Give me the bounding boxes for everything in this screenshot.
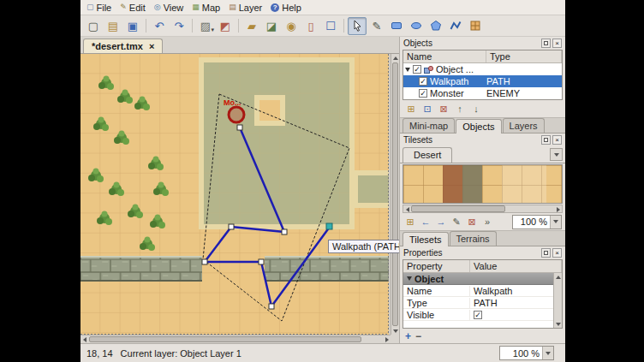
menu-layer[interactable]: ▤ Layer (225, 2, 267, 14)
map-vertical-scrollbar[interactable] (391, 54, 399, 335)
new-map-button[interactable]: ▢ (84, 17, 103, 35)
tileset-dropdown-button[interactable] (550, 148, 563, 161)
vertical-scroll-thumb[interactable] (392, 62, 398, 326)
scroll-right-arrow[interactable] (383, 335, 391, 343)
tab-objects[interactable]: Objects (456, 119, 501, 134)
menu-help[interactable]: ? Help (267, 2, 307, 14)
scroll-left-arrow[interactable] (80, 335, 88, 343)
overflow-chevron-icon[interactable]: » (480, 215, 494, 228)
rect-select-button[interactable]: ☐ (321, 17, 340, 35)
undo-button[interactable]: ↶ (150, 17, 169, 35)
dropdown-arrow-icon[interactable] (550, 216, 561, 228)
property-column-header[interactable]: Property (403, 260, 470, 272)
tileset-tab-desert[interactable]: Desert (402, 147, 452, 163)
insert-rectangle-button[interactable] (387, 17, 406, 35)
remove-tileset-button[interactable]: ⊠ (465, 215, 479, 228)
add-object-button[interactable]: ⊞ (404, 102, 418, 116)
stamp-brush-button[interactable]: ▰ (242, 17, 261, 35)
map-zoom-combo[interactable]: 100 % (499, 346, 554, 360)
export-tileset-button[interactable]: → (434, 215, 448, 228)
properties-scrollbar[interactable] (553, 273, 562, 328)
menu-layer-label: Layer (239, 3, 263, 13)
open-map-button[interactable]: ▤ (104, 17, 122, 35)
insert-polygon-button[interactable] (426, 17, 445, 35)
insert-ellipse-button[interactable] (407, 17, 426, 35)
insert-polyline-button[interactable] (446, 17, 465, 35)
tileset-properties-button[interactable]: ✎ (450, 215, 463, 228)
map-canvas[interactable]: Mo... (80, 54, 391, 335)
name-column-header[interactable]: Name (403, 50, 486, 62)
scroll-right-arrow[interactable] (554, 205, 562, 213)
property-group-object[interactable]: Object (403, 273, 562, 285)
remove-object-button[interactable]: ⊠ (437, 102, 450, 116)
hovered-node[interactable] (326, 223, 332, 229)
expander-icon[interactable] (407, 276, 412, 281)
highlight-layer-button[interactable]: ◩ (216, 17, 235, 35)
float-panel-button[interactable] (541, 248, 551, 258)
value-column-header[interactable]: Value (470, 260, 562, 272)
property-row-name[interactable]: Name Walkpath (403, 285, 562, 297)
property-value[interactable]: PATH (474, 298, 498, 308)
eraser-icon: ▯ (307, 20, 313, 33)
save-map-button[interactable]: ▣ (123, 17, 142, 35)
menu-help-label: Help (282, 3, 301, 13)
menu-map[interactable]: ▦ Map (188, 2, 225, 14)
insert-tile-button[interactable] (466, 17, 485, 35)
close-panel-button[interactable]: × (552, 135, 562, 145)
menu-file[interactable]: ▢ File (83, 2, 116, 14)
type-column-header[interactable]: Type (486, 50, 562, 62)
property-row-visible[interactable]: Visible ✓ (403, 309, 562, 321)
menu-view[interactable]: ◎ View (151, 2, 189, 14)
float-panel-button[interactable] (541, 39, 551, 48)
object-group-row[interactable]: ✓ Object ... (403, 63, 562, 75)
scroll-up-arrow[interactable] (554, 273, 562, 281)
property-value[interactable]: Walkpath (474, 286, 512, 296)
new-tileset-button[interactable]: ⊞ (403, 215, 417, 228)
property-row-type[interactable]: Type PATH (403, 297, 562, 309)
import-tileset-button[interactable]: ← (419, 215, 432, 228)
eraser-button[interactable]: ▯ (301, 17, 320, 35)
tileset-scrollbar[interactable] (402, 205, 563, 213)
tileset-scroll-thumb[interactable] (411, 205, 505, 212)
edit-polygons-button[interactable]: ✎ (367, 17, 386, 35)
tab-minimap[interactable]: Mini-map (402, 118, 455, 133)
lower-object-button[interactable]: ↓ (469, 102, 483, 116)
redo-button[interactable]: ↷ (170, 17, 188, 35)
expander-icon[interactable] (405, 68, 410, 72)
duplicate-object-button[interactable]: ⊡ (420, 102, 434, 116)
help-menu-icon: ? (271, 3, 279, 12)
terrain-brush-button[interactable]: ◪ (262, 17, 281, 35)
bucket-fill-button[interactable]: ◉ (282, 17, 301, 35)
scroll-left-arrow[interactable] (403, 205, 411, 213)
object-row-walkpath[interactable]: ✓ Walkpath PATH (403, 75, 562, 87)
random-mode-button[interactable]: ▨ ▾ (196, 17, 215, 35)
raise-object-button[interactable]: ↑ (453, 102, 467, 116)
float-panel-button[interactable] (541, 135, 551, 145)
document-tab-desert[interactable]: *desert.tmx × (83, 39, 163, 53)
map-horizontal-scrollbar[interactable] (80, 335, 391, 343)
visibility-checkbox[interactable]: ✓ (419, 89, 427, 98)
tab-terrains[interactable]: Terrains (450, 231, 497, 246)
horizontal-scroll-thumb[interactable] (89, 336, 361, 342)
scroll-down-arrow[interactable] (391, 327, 399, 335)
scroll-down-arrow[interactable] (554, 320, 562, 328)
remove-property-button[interactable]: − (415, 330, 421, 342)
objects-table: Name Type ✓ Object ... (402, 50, 563, 100)
visible-checkbox[interactable]: ✓ (474, 311, 482, 319)
dropdown-arrow-icon[interactable] (542, 347, 553, 359)
tab-tilesets[interactable]: Tilesets (402, 232, 449, 246)
visibility-checkbox[interactable]: ✓ (419, 77, 427, 86)
object-row-monster[interactable]: ✓ Monster ENEMY (403, 87, 562, 99)
tileset-view[interactable] (402, 164, 563, 204)
close-tab-icon[interactable]: × (149, 42, 154, 51)
visibility-checkbox[interactable]: ✓ (413, 65, 421, 74)
add-property-button[interactable]: + (405, 330, 411, 342)
scroll-up-arrow[interactable] (391, 54, 399, 62)
close-panel-button[interactable]: × (552, 39, 562, 48)
tileset-zoom-combo[interactable]: 100 % (512, 215, 562, 229)
select-objects-button[interactable] (348, 17, 367, 35)
tab-layers[interactable]: Layers (503, 118, 545, 133)
property-row-clipped[interactable] (403, 321, 562, 329)
menu-edit[interactable]: ✎ Edit (116, 2, 151, 14)
close-panel-button[interactable]: × (552, 248, 562, 258)
